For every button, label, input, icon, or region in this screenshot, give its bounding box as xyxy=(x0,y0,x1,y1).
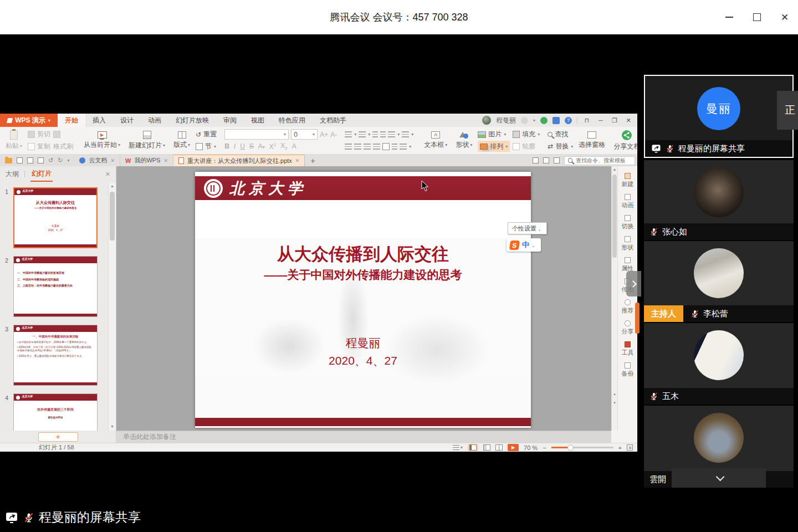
ime-punctuation-toggle[interactable]: 。 xyxy=(532,241,538,249)
side-tools-button[interactable]: 工具 xyxy=(622,341,634,357)
participant-tile[interactable]: 五木 xyxy=(644,323,794,405)
participant-tile[interactable]: 张心如 xyxy=(644,160,794,240)
chevron-down-icon[interactable]: ▾ xyxy=(533,118,535,123)
scroll-up-icon[interactable]: ▲ xyxy=(612,167,617,171)
panel-collapse-handle[interactable] xyxy=(626,271,641,296)
slide-thumbnail-4[interactable]: 4 北京大学 对外传播发展的三个阶段 硬性宣传阶段 xyxy=(13,393,98,431)
zoom-slider[interactable] xyxy=(551,447,613,448)
play-slideshow-button[interactable]: ▶ xyxy=(508,444,519,451)
export-icon[interactable] xyxy=(27,157,33,163)
next-slide-icon[interactable]: ▾ xyxy=(612,401,617,405)
zoom-out-button[interactable]: − xyxy=(543,444,546,451)
tabbar-tool2-icon[interactable] xyxy=(543,157,549,163)
notes-toggle-button[interactable]: ▾ xyxy=(453,445,463,450)
align-center-icon[interactable] xyxy=(354,144,361,150)
doc-tab-presentation[interactable]: 重大讲座：从大众传播到人际交往.pptx ✕ xyxy=(173,155,305,166)
tab-special-apps[interactable]: 特色应用 xyxy=(272,114,313,127)
play-from-current-button[interactable]: ▶ 从当前开始▾ xyxy=(81,128,123,153)
collapse-ribbon-icon[interactable]: ⊓ xyxy=(582,117,591,124)
wps-minimize-icon[interactable]: ─ xyxy=(596,117,605,124)
subscript-button[interactable]: X2 xyxy=(280,142,287,151)
outdent-icon[interactable] xyxy=(372,131,378,137)
canvas-scrollbar[interactable]: ▲ ▴ ▾ xyxy=(611,166,617,431)
grow-font-button[interactable]: A+ xyxy=(320,131,328,139)
doc-tab-cloud[interactable]: 云文档 ✕ xyxy=(74,155,120,166)
wps-brand-button[interactable]: WPS 演示 ▾ xyxy=(0,114,58,127)
textbox-button[interactable]: A 文本框▾ xyxy=(421,128,450,153)
outline-button[interactable]: 轮廓 xyxy=(513,141,540,152)
side-animation-button[interactable]: 动画 xyxy=(622,194,634,209)
distribute-icon[interactable] xyxy=(382,143,390,150)
doc-tab-mywps[interactable]: W 我的WPS ✕ xyxy=(120,155,173,166)
close-icon[interactable]: ✕ xyxy=(110,158,115,163)
tab-design[interactable]: 设计 xyxy=(113,114,141,127)
font-color-button[interactable]: A▾ xyxy=(258,142,265,150)
align-left-icon[interactable] xyxy=(345,144,352,150)
tab-home[interactable]: 开始 xyxy=(58,114,85,127)
notes-bar[interactable]: 单击此处添加备注 xyxy=(116,431,611,443)
justify-icon[interactable] xyxy=(373,144,380,150)
participant-tile-screen-share[interactable]: 曼丽 程曼丽的屏幕共享 xyxy=(644,75,794,158)
cut-button[interactable]: 剪切 xyxy=(28,129,50,140)
paste-button[interactable]: 粘贴▾ xyxy=(3,128,25,153)
tab-review[interactable]: 审阅 xyxy=(216,114,244,127)
minimize-icon[interactable] xyxy=(724,12,735,23)
shape-button[interactable]: 形状▾ xyxy=(453,128,475,153)
vip-badge-icon[interactable] xyxy=(521,117,528,124)
user-avatar[interactable] xyxy=(482,116,491,125)
fill-button[interactable]: 填充▾ xyxy=(513,129,540,140)
copy-button[interactable]: 复制 xyxy=(28,141,50,152)
help-icon[interactable]: ? xyxy=(565,117,572,124)
previous-slide-icon[interactable]: ▴ xyxy=(612,392,617,396)
quick-access-caret-icon[interactable]: ▾ xyxy=(67,158,69,163)
scrollbar-thumb[interactable] xyxy=(612,175,617,258)
scrollbar-thumb[interactable] xyxy=(110,192,115,241)
side-transition-button[interactable]: 切换 xyxy=(622,215,634,231)
slide-1[interactable]: 北京大学 从大众传播到人际交往 ——关于中国对外传播能力建设的思考 程曼丽 20… xyxy=(195,172,531,428)
char-shading-button[interactable]: A xyxy=(292,142,296,150)
section-button[interactable]: 节▾ xyxy=(196,141,217,152)
align-right-icon[interactable] xyxy=(364,144,371,150)
outline-tab[interactable]: 大纲 xyxy=(6,170,19,179)
save-icon[interactable] xyxy=(17,157,23,163)
scroll-up-icon[interactable]: ▲ xyxy=(109,184,116,188)
bold-button[interactable]: B xyxy=(224,142,229,150)
replace-button[interactable]: ⇄替换▾ xyxy=(548,141,573,152)
find-button[interactable]: 查找 xyxy=(548,129,573,140)
format-painter-button[interactable]: 格式刷 xyxy=(53,141,73,152)
command-search-input[interactable] xyxy=(576,157,631,163)
close-icon[interactable]: ✕ xyxy=(163,158,168,163)
reading-view-button[interactable] xyxy=(495,444,503,451)
tabbar-tool-icon[interactable] xyxy=(533,157,539,163)
side-share-button[interactable]: 分享 xyxy=(622,320,634,336)
font-family-select[interactable]: ▾ xyxy=(224,129,289,140)
zoom-in-button[interactable]: + xyxy=(618,444,622,451)
thumbnail-scrollbar[interactable]: ▲ ▼ xyxy=(108,183,116,431)
wps-restore-icon[interactable]: ❐ xyxy=(610,117,619,124)
command-search[interactable] xyxy=(564,156,635,165)
fit-slide-button[interactable] xyxy=(627,444,633,451)
arrange-button[interactable]: 排列▾ xyxy=(478,141,510,152)
participant-tile-host[interactable]: 主持人 李松蕾 xyxy=(644,241,794,322)
font-size-select[interactable]: 0▾ xyxy=(291,129,318,140)
open-folder-icon[interactable] xyxy=(5,158,12,163)
feedback-icon[interactable] xyxy=(553,117,560,124)
columns-icon[interactable] xyxy=(402,131,409,137)
reset-button[interactable]: ↺重置 xyxy=(196,129,217,140)
picture-button[interactable]: 图片▾ xyxy=(478,129,510,140)
wps-close-icon[interactable]: ✕ xyxy=(624,117,633,124)
add-slide-button[interactable]: + xyxy=(38,432,78,442)
undo-icon[interactable]: ↺ xyxy=(48,157,53,164)
text-direction-icon[interactable] xyxy=(392,144,397,150)
side-shape-button[interactable]: 形状 xyxy=(622,236,634,252)
share-doc-button[interactable]: 分享文档 xyxy=(611,128,637,153)
tabbar-tool3-icon[interactable] xyxy=(554,157,560,163)
close-panel-icon[interactable]: ✕ xyxy=(105,171,110,178)
bullets-icon[interactable] xyxy=(345,131,352,137)
tab-insert[interactable]: 插入 xyxy=(85,114,113,127)
tab-slideshow[interactable]: 幻灯片放映 xyxy=(168,114,216,127)
layout-button[interactable]: 版式▾ xyxy=(171,128,193,153)
slide-sorter-view-button[interactable] xyxy=(483,444,490,451)
docer-icon[interactable] xyxy=(540,117,548,124)
slide-thumbnail-2[interactable]: 2 北京大学 一、中国对外传播能力建设的发展历程 二、中国对外传播面临的现实挑战… xyxy=(13,256,98,317)
